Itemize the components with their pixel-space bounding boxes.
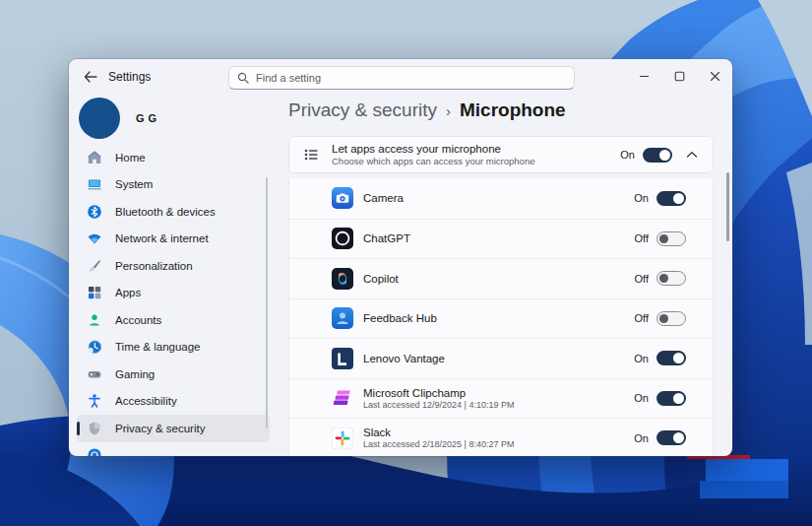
sidebar-item-time-language[interactable]: Time & language bbox=[77, 334, 270, 362]
lenovo-vantage-app-icon bbox=[332, 348, 353, 369]
app-name: Camera bbox=[363, 192, 634, 204]
sidebar-item-label: Apps bbox=[115, 287, 141, 298]
master-toggle-state-label: On bbox=[620, 149, 635, 161]
breadcrumb: Privacy & security › Microphone bbox=[288, 99, 566, 121]
app-toggle-camera[interactable] bbox=[656, 191, 686, 206]
account-name: G G bbox=[136, 112, 157, 124]
app-row-chatgpt: ChatGPTOff bbox=[289, 219, 713, 259]
sidebar-item-personalization[interactable]: Personalization bbox=[77, 252, 270, 280]
app-toggle-state-label: On bbox=[634, 392, 649, 404]
app-name: Lenovo Vantage bbox=[363, 353, 634, 364]
gaming-icon bbox=[87, 366, 102, 382]
sidebar-item-home[interactable]: Home bbox=[77, 150, 270, 171]
sidebar-item-label: Personalization bbox=[115, 260, 193, 272]
app-toggle-state-label: Off bbox=[635, 232, 649, 244]
sidebar-item-label: Privacy & security bbox=[115, 423, 205, 434]
copilot-app-icon bbox=[332, 268, 353, 290]
chatgpt-app-icon bbox=[332, 228, 353, 249]
master-toggle-row[interactable]: Let apps access your microphone Choose w… bbox=[288, 136, 714, 173]
content-scrollbar[interactable] bbox=[726, 172, 729, 241]
back-arrow-icon bbox=[84, 71, 97, 83]
app-toggle-state-label: Off bbox=[635, 273, 649, 285]
sidebar-scrollbar[interactable] bbox=[266, 177, 268, 428]
app-name: Slack bbox=[363, 427, 634, 438]
system-icon bbox=[87, 176, 102, 192]
app-toggle-feedback-hub[interactable] bbox=[656, 311, 686, 326]
app-row-feedback-hub: Feedback HubOff bbox=[289, 298, 713, 339]
camera-app-icon bbox=[332, 187, 353, 209]
back-button[interactable] bbox=[77, 63, 104, 91]
sidebar-item-accounts[interactable]: Accounts bbox=[77, 306, 270, 334]
sidebar-item-apps[interactable]: Apps bbox=[77, 280, 270, 307]
network-icon bbox=[87, 230, 102, 246]
window-title: Settings bbox=[108, 70, 151, 84]
sidebar-item-label: Accounts bbox=[115, 314, 161, 326]
artifact-blue-rect-top bbox=[706, 459, 788, 481]
sidebar-item-label: Home bbox=[115, 152, 146, 164]
sidebar-item-label: Network & internet bbox=[115, 232, 209, 244]
sidebar-item-label: Time & language bbox=[115, 341, 201, 353]
sidebar-item-windows-update[interactable] bbox=[77, 442, 270, 457]
sidebar-nav: HomeSystemBluetooth & devicesNetwork & i… bbox=[77, 150, 270, 456]
desktop: Settings Find a setting bbox=[0, 0, 812, 526]
app-permission-list-icon bbox=[303, 147, 319, 163]
sidebar-item-label: System bbox=[115, 178, 153, 190]
app-toggle-microsoft-clipchamp[interactable] bbox=[656, 391, 686, 406]
apps-icon bbox=[87, 285, 102, 300]
main-content: Privacy & security › Microphone Let apps… bbox=[288, 59, 714, 456]
sidebar-item-label: Bluetooth & devices bbox=[115, 206, 216, 218]
sidebar-item-label: Gaming bbox=[115, 368, 155, 380]
app-permission-list: CameraOnChatGPTOffCopilotOffFeedback Hub… bbox=[288, 178, 714, 456]
app-row-microsoft-clipchamp: Microsoft ClipchampLast accessed 12/9/20… bbox=[289, 378, 713, 419]
sidebar-item-label: Accessibility bbox=[115, 395, 177, 407]
app-toggle-state-label: Off bbox=[635, 312, 649, 324]
screen-overlay-artifact bbox=[687, 454, 795, 499]
master-toggle-switch[interactable] bbox=[643, 148, 672, 163]
artifact-blue-rect-bottom bbox=[700, 481, 788, 498]
bluetooth-icon bbox=[87, 204, 102, 220]
app-row-slack: SlackLast accessed 2/18/2025 | 8:40:27 P… bbox=[289, 418, 713, 456]
account-card[interactable]: G G bbox=[79, 96, 276, 141]
home-icon bbox=[87, 150, 102, 165]
app-last-accessed: Last accessed 2/18/2025 | 8:40:27 PM bbox=[363, 439, 634, 449]
app-row-lenovo-vantage: Lenovo VantageOn bbox=[289, 338, 713, 378]
time-language-icon bbox=[87, 339, 102, 355]
chevron-up-icon[interactable] bbox=[686, 151, 702, 159]
sidebar-item-privacy-security[interactable]: Privacy & security bbox=[77, 415, 270, 442]
windows-update-icon bbox=[87, 447, 102, 456]
app-toggle-lenovo-vantage[interactable] bbox=[656, 351, 686, 365]
settings-window: Settings Find a setting bbox=[69, 59, 732, 456]
app-toggle-state-label: On bbox=[634, 353, 649, 364]
app-row-copilot: CopilotOff bbox=[289, 258, 713, 298]
accessibility-icon bbox=[87, 393, 102, 409]
privacy-security-icon bbox=[87, 421, 102, 436]
sidebar-item-bluetooth-devices[interactable]: Bluetooth & devices bbox=[77, 198, 270, 226]
app-toggle-state-label: On bbox=[634, 432, 649, 444]
app-name: Feedback Hub bbox=[363, 312, 635, 324]
clipchamp-app-icon bbox=[332, 387, 353, 409]
app-toggle-slack[interactable] bbox=[656, 430, 686, 445]
sidebar-item-accessibility[interactable]: Accessibility bbox=[77, 388, 270, 416]
app-toggle-chatgpt[interactable] bbox=[656, 231, 686, 246]
breadcrumb-separator: › bbox=[446, 102, 451, 119]
breadcrumb-parent[interactable]: Privacy & security bbox=[288, 99, 437, 121]
app-toggle-state-label: On bbox=[634, 192, 649, 204]
app-toggle-copilot[interactable] bbox=[656, 271, 686, 286]
avatar bbox=[79, 98, 120, 139]
app-name: ChatGPT bbox=[363, 232, 635, 244]
search-icon bbox=[237, 72, 249, 84]
sidebar-item-network-internet[interactable]: Network & internet bbox=[77, 226, 270, 253]
app-last-accessed: Last accessed 12/9/2024 | 4:10:19 PM bbox=[363, 400, 634, 410]
feedback-hub-app-icon bbox=[332, 307, 353, 329]
page-title: Microphone bbox=[460, 99, 566, 121]
app-name: Copilot bbox=[363, 273, 635, 285]
app-row-camera: CameraOn bbox=[289, 178, 713, 219]
master-toggle-subtitle: Choose which apps can access your microp… bbox=[332, 156, 620, 166]
personalization-icon bbox=[87, 258, 102, 274]
sidebar-item-system[interactable]: System bbox=[77, 171, 270, 199]
app-name: Microsoft Clipchamp bbox=[363, 387, 634, 399]
accounts-icon bbox=[87, 312, 102, 328]
master-toggle-title: Let apps access your microphone bbox=[332, 143, 620, 155]
slack-app-icon bbox=[332, 427, 353, 449]
sidebar-item-gaming[interactable]: Gaming bbox=[77, 361, 270, 388]
